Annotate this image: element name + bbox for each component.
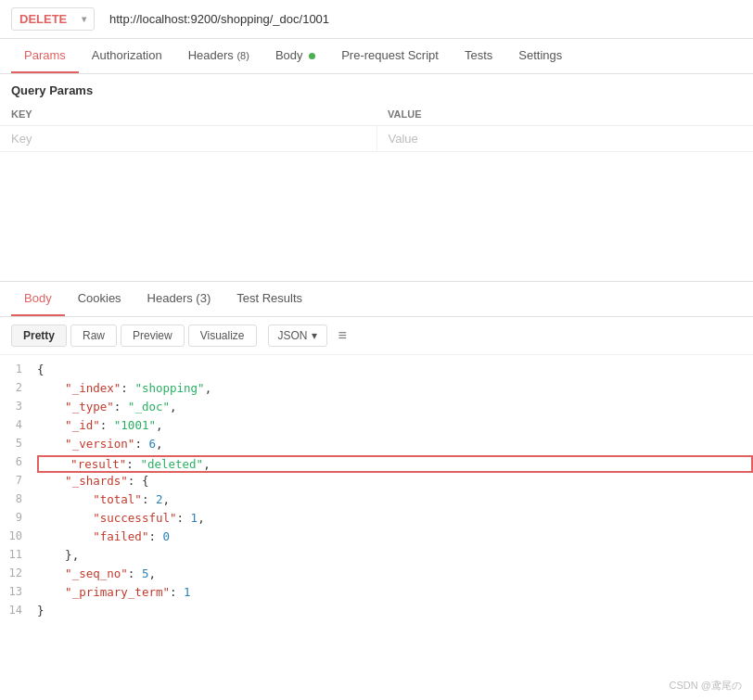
line-number: 12 [0,566,37,579]
line-content: }, [37,548,753,562]
request-tabs: Params Authorization Headers (8) Body Pr… [0,39,753,74]
value-cell[interactable]: Value [376,126,753,152]
line-number: 7 [0,474,37,487]
resp-tab-cookies[interactable]: Cookies [65,282,134,316]
url-bar: DELETE ▾ [0,0,753,39]
raw-button[interactable]: Raw [70,325,117,347]
method-select[interactable]: DELETE ▾ [11,7,95,31]
resp-tab-headers[interactable]: Headers (3) [134,282,224,316]
line-number: 8 [0,492,37,505]
code-line: 12 "_seq_no": 5, [0,566,753,585]
tab-headers[interactable]: Headers (8) [175,39,262,73]
code-line: 14} [0,604,753,622]
tab-body[interactable]: Body [262,39,328,73]
tab-settings[interactable]: Settings [505,39,575,73]
format-bar: Pretty Raw Preview Visualize JSON ▾ ≡ [0,317,753,355]
query-params-header: Query Params [0,74,753,103]
line-content: "_type": "_doc", [37,400,753,414]
code-line: 10 "failed": 0 [0,529,753,548]
code-line: 7 "_shards": { [0,474,753,492]
line-content: "_seq_no": 5, [37,566,753,580]
key-cell[interactable]: Key [0,126,376,152]
line-content: { [37,363,753,376]
line-number: 11 [0,548,37,561]
code-line: 13 "_primary_term": 1 [0,585,753,604]
table-row: Key Value [0,126,753,152]
preview-button[interactable]: Preview [121,325,185,347]
line-number: 10 [0,529,37,542]
wrap-icon[interactable]: ≡ [338,327,347,344]
col-key-header: KEY [0,103,376,126]
code-line: 8 "total": 2, [0,492,753,511]
url-input[interactable] [102,7,742,31]
line-content: "successful": 1, [37,511,753,525]
code-line: 11 }, [0,548,753,566]
line-content: } [37,604,753,617]
code-line: 4 "_id": "1001", [0,418,753,437]
line-number: 3 [0,400,37,413]
resp-tab-body[interactable]: Body [11,282,65,316]
line-content: "failed": 0 [37,529,753,543]
tab-params[interactable]: Params [11,39,79,73]
visualize-button[interactable]: Visualize [188,325,257,347]
response-tabs: Body Cookies Headers (3) Test Results [0,282,753,317]
code-line: 9 "successful": 1, [0,511,753,529]
tab-prerequest[interactable]: Pre-request Script [328,39,452,73]
code-area: 1{2 "_index": "shopping",3 "_type": "_do… [0,355,753,630]
line-content: "_primary_term": 1 [37,585,753,599]
code-line: 1{ [0,363,753,381]
line-number: 13 [0,585,37,598]
method-label: DELETE [19,12,67,26]
line-number: 4 [0,418,37,431]
line-number: 6 [0,455,37,468]
line-content: "_id": "1001", [37,418,753,432]
request-response-spacer [0,152,753,282]
tab-tests[interactable]: Tests [452,39,505,73]
line-number: 1 [0,363,37,375]
line-number: 5 [0,437,37,450]
resp-tab-testresults[interactable]: Test Results [223,282,315,316]
format-chevron-icon: ▾ [312,329,317,342]
query-params-table: KEY VALUE Key Value [0,103,753,152]
body-dot-indicator [309,53,315,59]
format-select-label: JSON [278,329,308,342]
format-select[interactable]: JSON ▾ [268,325,327,347]
line-number: 9 [0,511,37,524]
line-content: "total": 2, [37,492,753,506]
line-number: 2 [0,381,37,394]
line-number: 14 [0,604,37,617]
code-line: 2 "_index": "shopping", [0,381,753,400]
line-content: "_index": "shopping", [37,381,753,395]
code-line: 6 "result": "deleted", [0,455,753,474]
headers-badge: (8) [236,50,249,61]
line-content: "_shards": { [37,474,753,488]
line-content: "result": "deleted", [37,455,753,473]
tab-authorization[interactable]: Authorization [79,39,175,73]
code-line: 3 "_type": "_doc", [0,400,753,418]
code-line: 5 "_version": 6, [0,437,753,455]
pretty-button[interactable]: Pretty [11,325,67,347]
line-content: "_version": 6, [37,437,753,451]
col-val-header: VALUE [376,103,753,126]
chevron-down-icon: ▾ [82,14,86,24]
